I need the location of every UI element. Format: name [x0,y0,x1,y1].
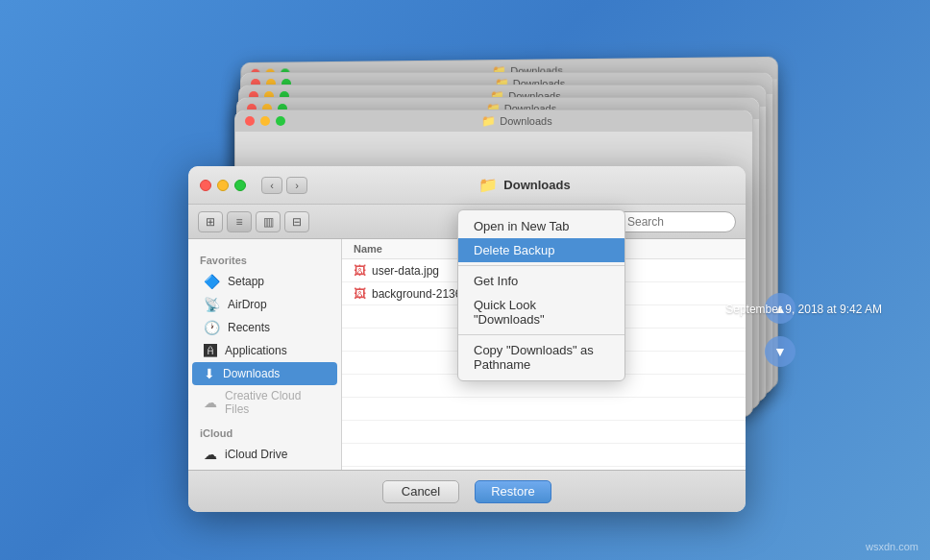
cancel-button[interactable]: Cancel [382,480,459,503]
bottom-bar: Cancel Restore [188,470,746,512]
traffic-lights [200,180,246,191]
forward-button[interactable]: › [286,177,307,194]
nav-buttons: ‹ › [261,177,307,194]
creative-cloud-label: Creative Cloud Files [225,389,326,416]
icloud-drive-label: iCloud Drive [225,448,287,461]
context-open-new-tab[interactable]: Open in New Tab [458,214,624,238]
sidebar-item-downloads[interactable]: ⬇ Downloads [192,362,337,385]
recents-icon: 🕐 [204,320,220,335]
list-view-button[interactable]: ≡ [227,211,252,232]
context-copy-pathname[interactable]: Copy "Downloads" as Pathname [458,338,624,377]
context-get-info[interactable]: Get Info [458,269,624,293]
restore-button[interactable]: Restore [475,480,551,503]
file-name-1: user-data.jpg [372,264,439,278]
sidebar: Favorites 🔷 Setapp 📡 AirDrop 🕐 Recents 🅰… [188,239,342,470]
sidebar-item-recents[interactable]: 🕐 Recents [192,316,337,339]
stacked-title-5: Downloads [500,115,551,127]
minimize-button[interactable] [217,180,229,191]
empty-row-7 [342,444,746,467]
applications-icon: 🅰 [204,343,217,358]
context-quick-look[interactable]: Quick Look "Downloads" [458,293,624,331]
downloads-icon: ⬇ [204,366,215,381]
titlebar: ‹ › 📁 Downloads [188,166,746,205]
window-title: 📁 Downloads [315,176,734,194]
scroll-down-button[interactable]: ▼ [765,336,795,367]
fullscreen-button[interactable] [234,180,246,191]
applications-label: Applications [225,344,287,357]
setapp-icon: 🔷 [204,274,220,289]
icloud-drive-icon: ☁ [204,447,217,462]
empty-row-5 [342,398,746,421]
back-button[interactable]: ‹ [261,177,282,194]
icloud-label: iCloud [188,420,341,443]
down-arrow-icon: ▼ [773,344,787,359]
sidebar-item-applications[interactable]: 🅰 Applications [192,339,337,362]
cover-view-button[interactable]: ⊟ [284,211,309,232]
context-separator-2 [458,334,624,335]
column-view-button[interactable]: ▥ [256,211,281,232]
file-icon-2: 🖼 [354,286,366,301]
favorites-label: Favorites [188,247,341,270]
close-button[interactable] [200,180,211,191]
sidebar-item-setapp[interactable]: 🔷 Setapp [192,270,337,293]
sidebar-item-icloud-drive[interactable]: ☁ iCloud Drive [192,443,337,466]
name-column-header: Name [354,243,382,255]
sidebar-item-creative-cloud[interactable]: ☁ Creative Cloud Files [192,385,337,420]
sidebar-item-airdrop[interactable]: 📡 AirDrop [192,293,337,316]
creative-cloud-icon: ☁ [204,395,217,410]
context-delete-backup[interactable]: Delete Backup [458,238,624,262]
title-folder-icon: 📁 [478,176,498,194]
context-menu: Open in New Tab Delete Backup Get Info Q… [457,209,625,381]
icon-view-button[interactable]: ⊞ [198,211,223,232]
empty-row-6 [342,421,746,444]
downloads-label: Downloads [223,367,280,380]
setapp-label: Setapp [228,275,264,288]
file-icon-1: 🖼 [354,263,366,278]
search-input[interactable] [627,215,727,229]
folder-icon-sm-5: 📁 [481,114,496,128]
airdrop-label: AirDrop [228,298,267,311]
airdrop-icon: 📡 [204,297,220,312]
recents-label: Recents [228,321,270,334]
date-badge: September 9, 2018 at 9:42 AM [725,303,882,316]
watermark: wsxdn.com [866,541,918,552]
context-separator-1 [458,265,624,266]
